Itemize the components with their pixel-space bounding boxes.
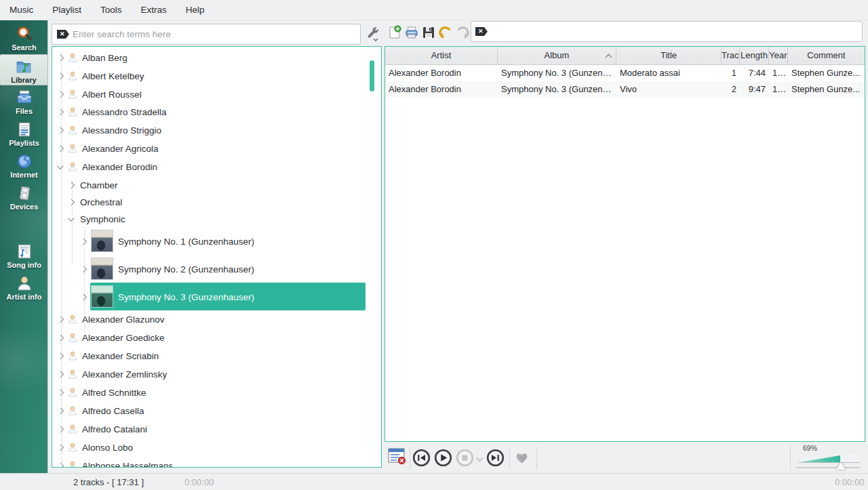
tree-item[interactable]: Alexander Zemlinsky bbox=[52, 365, 381, 383]
save-button[interactable] bbox=[420, 24, 437, 41]
expander-icon[interactable] bbox=[58, 389, 64, 395]
stop-button[interactable] bbox=[456, 449, 474, 469]
expander-icon[interactable] bbox=[58, 108, 64, 115]
tree-item[interactable]: Chamber bbox=[52, 176, 381, 194]
artist-icon bbox=[67, 405, 78, 416]
column-header-artist[interactable]: Artist bbox=[385, 47, 498, 65]
tree-item[interactable]: Symphony No. 1 (Gunzenhauser) bbox=[52, 227, 381, 255]
column-header-album[interactable]: Album bbox=[498, 47, 616, 65]
sidebar-item-label: Library bbox=[11, 76, 36, 84]
menu-music[interactable]: Music bbox=[3, 1, 40, 19]
redo-button[interactable] bbox=[454, 24, 471, 41]
expander-icon[interactable] bbox=[58, 444, 64, 450]
tree-item[interactable]: Alfredo Casella bbox=[52, 401, 381, 420]
stop-options-button[interactable] bbox=[475, 455, 484, 465]
scrollbar-thumb[interactable] bbox=[370, 60, 374, 91]
tree-item[interactable]: Alexander Goedicke bbox=[52, 328, 381, 346]
save-icon bbox=[420, 24, 437, 41]
expander-icon[interactable] bbox=[58, 426, 64, 432]
expander-icon[interactable] bbox=[58, 163, 64, 169]
previous-track-button[interactable] bbox=[412, 449, 431, 469]
artist-icon bbox=[67, 387, 78, 398]
menu-help[interactable]: Help bbox=[179, 1, 212, 19]
column-header-comment[interactable]: Comment bbox=[788, 47, 865, 65]
playlist-filter-input[interactable] bbox=[471, 21, 863, 42]
sidebar-item-song-info[interactable]: Song info bbox=[0, 240, 48, 271]
expander-icon[interactable] bbox=[81, 238, 87, 244]
column-header-track[interactable]: Track bbox=[722, 47, 740, 65]
play-button[interactable] bbox=[434, 449, 452, 469]
menu-extras[interactable]: Extras bbox=[134, 1, 174, 19]
new-playlist-button[interactable] bbox=[387, 24, 403, 41]
search-options-button[interactable] bbox=[365, 25, 382, 43]
search-input[interactable] bbox=[52, 24, 361, 45]
next-track-button[interactable] bbox=[486, 449, 505, 469]
sidebar-item-library[interactable]: Library bbox=[0, 54, 48, 85]
cell-comment: Stephen Gunze... bbox=[788, 65, 865, 81]
tree-item[interactable]: Symphony No. 2 (Gunzenhauser) bbox=[52, 255, 381, 283]
expander-icon[interactable] bbox=[58, 371, 64, 377]
expander-icon[interactable] bbox=[81, 293, 87, 300]
sidebar-item-playlists[interactable]: Playlists bbox=[0, 118, 48, 149]
expander-icon[interactable] bbox=[58, 145, 64, 151]
expander-icon[interactable] bbox=[58, 316, 64, 322]
tree-item[interactable]: Alexander Glazunov bbox=[52, 310, 381, 328]
expander-icon[interactable] bbox=[58, 407, 64, 413]
artist-icon bbox=[67, 89, 78, 100]
column-header-year[interactable]: Year bbox=[769, 47, 788, 65]
tree-item[interactable]: Alfred Schnittke bbox=[52, 383, 381, 401]
tree-item-label: Alphonse Hasselmans bbox=[82, 460, 173, 468]
expander-icon[interactable] bbox=[58, 462, 64, 468]
sidebar: Search Library Files bbox=[0, 20, 48, 473]
tree-item[interactable]: Alessandro Striggio bbox=[52, 121, 381, 139]
tree-item[interactable]: Alphonse Hasselmans bbox=[52, 456, 381, 468]
playlist-toggle-button[interactable] bbox=[388, 448, 406, 467]
volume-slider[interactable] bbox=[796, 452, 860, 463]
volume-slider-track bbox=[796, 467, 860, 468]
tree-item[interactable]: Alonso Lobo bbox=[52, 438, 381, 456]
expander-icon[interactable] bbox=[68, 182, 75, 188]
expander-icon[interactable] bbox=[58, 73, 64, 79]
expander-icon[interactable] bbox=[58, 334, 64, 340]
menu-playlist[interactable]: Playlist bbox=[45, 1, 88, 19]
tree-item[interactable]: Alexander Agricola bbox=[52, 139, 381, 157]
tree-item[interactable]: Albert Ketelbey bbox=[52, 66, 381, 85]
tree-item-selected[interactable]: Symphony No. 3 (Gunzenhauser) bbox=[52, 283, 381, 310]
column-header-title[interactable]: Title bbox=[616, 47, 722, 65]
table-row[interactable]: Alexander Borodin Symphony No. 3 (Gunzen… bbox=[385, 65, 865, 81]
tree-item[interactable]: Alexander Scriabin bbox=[52, 346, 381, 365]
print-button[interactable] bbox=[403, 24, 420, 41]
expander-icon[interactable] bbox=[68, 215, 75, 221]
expander-icon[interactable] bbox=[58, 127, 64, 133]
menu-tools[interactable]: Tools bbox=[94, 1, 129, 19]
volume-slider-handle[interactable] bbox=[836, 462, 846, 470]
album-art-thumbnail bbox=[91, 230, 113, 252]
tree-item[interactable]: Albert Roussel bbox=[52, 85, 381, 103]
column-header-label: Album bbox=[545, 50, 570, 60]
sidebar-item-internet[interactable]: Internet bbox=[0, 150, 48, 181]
sidebar-item-devices[interactable]: Devices bbox=[0, 182, 48, 213]
column-header-length[interactable]: Length bbox=[740, 47, 769, 65]
expander-icon[interactable] bbox=[58, 352, 64, 359]
volume-percent-label: 69% bbox=[803, 444, 817, 452]
sidebar-item-artist-info[interactable]: Artist info bbox=[0, 272, 48, 303]
tree-item[interactable]: Alfredo Catalani bbox=[52, 420, 381, 438]
cell-title: Moderato assai bbox=[616, 65, 722, 81]
tree-item[interactable]: Alessandro Stradella bbox=[52, 102, 381, 121]
sidebar-item-search[interactable]: Search bbox=[0, 22, 48, 54]
table-row[interactable]: Alexander Borodin Symphony No. 3 (Gunzen… bbox=[385, 81, 865, 98]
expander-icon[interactable] bbox=[81, 266, 87, 272]
tree-item[interactable]: Alban Berg bbox=[52, 48, 381, 66]
sidebar-item-files[interactable]: Files bbox=[0, 86, 48, 117]
tree-item-label: Albert Roussel bbox=[82, 89, 142, 99]
expander-icon[interactable] bbox=[58, 54, 64, 60]
undo-button[interactable] bbox=[437, 24, 454, 41]
expander-icon[interactable] bbox=[58, 91, 64, 97]
tree-item[interactable]: Orchestral bbox=[52, 192, 381, 211]
favorite-button[interactable] bbox=[513, 449, 530, 468]
cell-length: 7:44 bbox=[740, 65, 769, 81]
expander-icon[interactable] bbox=[68, 199, 75, 205]
tree-item[interactable]: Alexander Borodin bbox=[52, 157, 381, 176]
heart-icon bbox=[513, 449, 530, 466]
tree-item[interactable]: Symphonic bbox=[52, 209, 381, 228]
